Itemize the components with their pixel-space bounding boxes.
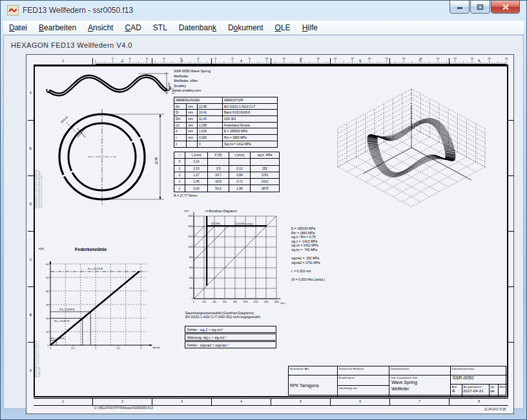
close-button[interactable] (491, 0, 520, 14)
table-cell (229, 159, 251, 165)
error-message: Fehler : sigma2 > sigmao ! (185, 341, 276, 348)
table-cell: 1,27 (185, 172, 208, 178)
menu-item-datenbank[interactable]: Datenbank (173, 22, 222, 34)
table-cell: mm (187, 103, 198, 110)
label-docstatus: Dokumentenstatus (451, 366, 507, 370)
svg-text:40: 40 (46, 290, 49, 293)
menu-item-ole[interactable]: OLE (269, 22, 296, 34)
svg-text:sig.u: sig.u (280, 302, 285, 305)
column-ref: 2 (93, 399, 152, 405)
menu-item-datei[interactable]: Datei (3, 22, 33, 34)
column-ref: 6 (331, 399, 390, 405)
table-cell: 10,41 (198, 110, 223, 116)
column-ref: 4 (212, 399, 271, 405)
table-cell: Di (174, 110, 187, 116)
app-wave-icon (7, 5, 19, 15)
svg-text:50: 50 (46, 276, 49, 279)
print-timestamp: 21.04.2017 9:38 (484, 408, 506, 411)
frame-row-refs-right (508, 65, 514, 397)
column-ref: 8 (450, 399, 508, 405)
table-cell: Rm = 1883 MPa (223, 135, 278, 141)
svg-text:sig.o: sig.o (184, 210, 189, 212)
title-bar[interactable]: FED13 Wellfedern - ssr0050.f13 (1, 1, 526, 20)
goodman-caption: Dauerfestigkeitsschaubild (Goodman-Diagr… (185, 312, 260, 320)
column-ref: 6 (331, 58, 390, 65)
svg-text:Goodman-Diagramm: Goodman-Diagramm (209, 210, 237, 213)
svg-text:Fn = 19,82 N: Fn = 19,82 N (54, 319, 69, 323)
table-cell: L [mm] (185, 152, 208, 159)
table-cell: mm (187, 135, 198, 141)
app-banner: HEXAGON FED13 Wellfedern V4.0 (11, 41, 132, 49)
doc-title-2: Wellfeder (389, 385, 450, 391)
column-ref: 3 (152, 58, 212, 65)
rev-value: A (451, 388, 462, 393)
error-message: Fehler : sig.2 > sig.zul ! (185, 326, 276, 333)
menu-item-bearbeiten[interactable]: Bearbeiten (33, 22, 82, 34)
table-cell: 0,71 (229, 179, 251, 185)
svg-text:0: 0 (47, 344, 49, 347)
row-ref: B (28, 287, 34, 343)
wave-spring-top-view: 12,45 Ø10,41 (56, 109, 172, 206)
svg-text:(0,003 Mio.Lastsp.): (0,003 Mio.Lastsp.) (235, 223, 253, 225)
row-ref: E (28, 121, 34, 176)
label-approved-by: Genehmigt von (338, 386, 389, 390)
column-ref: 7 (390, 399, 450, 405)
table-cell: mm (187, 116, 198, 123)
table-cell: 2,16 (185, 159, 208, 165)
table-cell: De (174, 103, 187, 110)
column-ref: 3 (152, 399, 212, 405)
table-cell: Sig.zul = 1412 MPa (223, 141, 278, 147)
minimize-button[interactable] (450, 0, 470, 14)
goodman-notes: E = 195000 MPa Rm = 1883 MPa sig.z / Rm … (291, 226, 325, 282)
row-ref (508, 343, 514, 397)
svg-text:F[N]: F[N] (39, 247, 44, 250)
product-line: SSR-0050 Wave Spring (174, 69, 211, 74)
table-cell: 3,5 (208, 165, 229, 172)
table-cell: 3875 (251, 185, 280, 192)
menu-item-cad[interactable]: CAD (119, 22, 147, 34)
svg-text:0: 0 (192, 297, 193, 300)
product-line: Wellfeder (174, 74, 211, 79)
table-cell: WERKSTOFF (223, 97, 278, 104)
table-cell: 0,89 (229, 172, 251, 178)
menu-item-dokument[interactable]: Dokument (222, 22, 269, 34)
material-table: WERKSTOFFEN 10151-1.4310 C+TBand X10CrNi… (222, 97, 278, 148)
drawing-sheet: 1020304050607080901001101201301401501601… (26, 55, 513, 414)
menu-item-ansicht[interactable]: Ansicht (82, 22, 119, 34)
table-cell: 2,159 (198, 122, 223, 128)
table-cell: mm (187, 110, 198, 116)
table-cell: z (174, 141, 187, 147)
dimensions-table: ABMESSUNGENDemm12,45Dimm10,41Dmmm11,43L0… (174, 97, 223, 148)
svg-text:200: 200 (202, 301, 206, 303)
svg-text:1000: 1000 (188, 246, 193, 248)
table-cell: 252 (251, 165, 280, 172)
table-cell: 0 (174, 159, 185, 165)
menu-item-hilfe[interactable]: Hilfe (296, 22, 324, 34)
table-cell: mm (187, 122, 198, 128)
table-cell: 1761 (251, 172, 280, 178)
table-cell: mm (187, 128, 198, 135)
svg-text:1400: 1400 (264, 301, 269, 303)
table-cell: EN 10151-1.4310 C+T (223, 103, 278, 110)
dim-label-l0: 2,159 (167, 82, 170, 89)
table-cell: s [mm] (229, 152, 251, 159)
svg-text:F2 = 24,68 N: F2 = 24,68 N (59, 308, 74, 311)
product-line: www.smalley.com (174, 88, 211, 94)
column-ref: 1 (34, 399, 93, 405)
table-cell: L0 (174, 122, 187, 128)
svg-text:1: 1 (95, 346, 97, 350)
svg-text:1000: 1000 (243, 301, 248, 303)
company-name: RPK Tarragona (289, 375, 337, 388)
svg-text:F1 = 3,53 N: F1 = 3,53 N (51, 337, 65, 340)
frame-column-refs-bottom: 12345678 (34, 398, 508, 406)
spring-characteristic-chart: FederkennlinieF[N]s[mm]010203040506000,5… (37, 243, 163, 361)
menu-item-stl[interactable]: STL (147, 22, 173, 34)
lang-value: de (490, 388, 498, 393)
row-ref (508, 121, 514, 176)
date-value: 2017-04-21 (462, 388, 489, 393)
table-cell: 24,7 (208, 172, 229, 178)
row-ref (508, 176, 514, 232)
restore-button[interactable] (470, 0, 490, 14)
column-ref: 7 (390, 58, 450, 65)
table-cell: c (174, 185, 185, 192)
